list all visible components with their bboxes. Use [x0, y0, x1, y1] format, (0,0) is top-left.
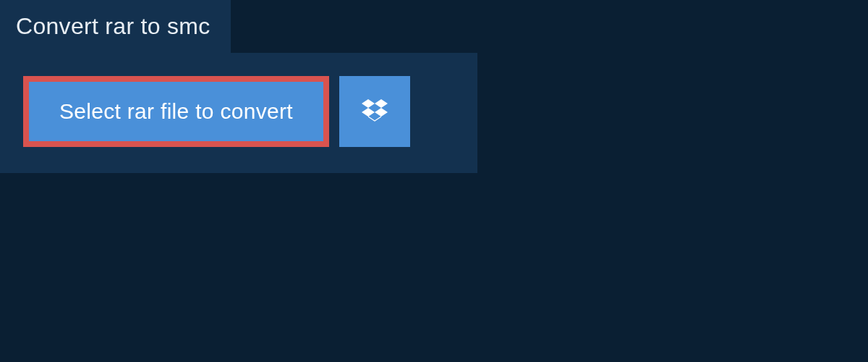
page-title: Convert rar to smc	[16, 13, 210, 39]
dropbox-icon	[362, 97, 388, 126]
upload-panel: Select rar file to convert	[0, 53, 477, 173]
select-file-label: Select rar file to convert	[59, 99, 293, 124]
page-title-tab: Convert rar to smc	[0, 0, 231, 53]
dropbox-button[interactable]	[339, 76, 410, 147]
select-file-button[interactable]: Select rar file to convert	[23, 76, 329, 147]
